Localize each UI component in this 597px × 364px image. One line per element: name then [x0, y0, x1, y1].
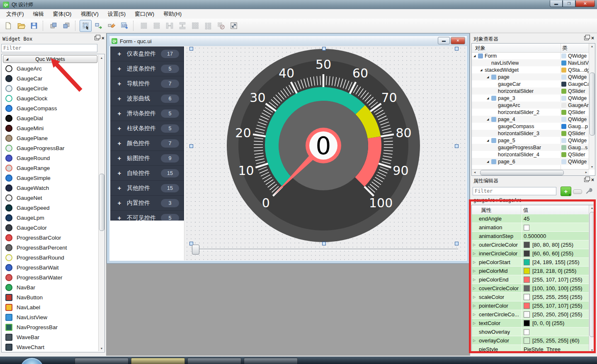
widgetbox-item-gaugecolor[interactable]: GaugeColor	[2, 223, 99, 233]
nav-list-item[interactable]: +内置控件3	[110, 196, 184, 211]
nav-list-item[interactable]: +进度条控件5	[110, 61, 184, 76]
gauge-arc-widget[interactable]: 01020304050607080901000	[226, 48, 421, 243]
scroll-left-icon[interactable]: ◄	[472, 170, 478, 175]
widgetbox-item-gaugesimple[interactable]: GaugeSimple	[2, 173, 99, 183]
color-swatch[interactable]	[524, 242, 530, 248]
color-swatch[interactable]	[524, 268, 530, 274]
nav-list-item[interactable]: +柱状条控件5	[110, 121, 184, 136]
nav-list-item[interactable]: +贴图控件9	[110, 151, 184, 166]
scroll-right-icon[interactable]: ►	[583, 170, 589, 175]
taskbar-button[interactable]	[187, 358, 241, 364]
widgetbox-item-wavechart[interactable]: WaveChart	[2, 342, 99, 352]
tree-expander-icon[interactable]: ◢	[473, 54, 478, 58]
float-panel-icon[interactable]	[95, 36, 99, 40]
property-row-animation[interactable]: animation	[472, 223, 589, 232]
object-tree-row-page_4[interactable]: ◢page_4QWidge	[472, 116, 589, 123]
color-swatch[interactable]	[524, 311, 530, 318]
tree-expander-icon[interactable]: ◢	[487, 97, 491, 100]
widgetbox-item-gaugeround[interactable]: GaugeRound	[2, 153, 99, 163]
property-value-cell[interactable]: [218, 218, 0] (255)	[522, 267, 589, 275]
add-dynamic-property-button[interactable]: +▼	[561, 187, 571, 196]
property-row-pointerColor[interactable]: ▷pointerColor[255, 107, 107] (255)	[472, 301, 589, 310]
object-tree-row-page_3[interactable]: ◢page_3QWidge	[472, 95, 589, 102]
property-value-cell[interactable]: [255, 107, 107] (255)	[522, 301, 589, 310]
tree-expander-icon[interactable]: ◢	[487, 139, 491, 142]
property-row-centerCircleCo[interactable]: ▷centerCircleCo...[250, 250, 250] (255)	[472, 310, 589, 319]
menu-item[interactable]: 视图(V)	[76, 9, 103, 19]
property-expander-icon[interactable]: ▷	[472, 321, 479, 325]
form-canvas[interactable]: 01020304050607080901000	[185, 46, 466, 260]
menu-item[interactable]: 文件(F)	[2, 9, 29, 19]
new-file-button[interactable]	[2, 20, 14, 32]
widgetbox-item-wavebar[interactable]: WaveBar	[2, 332, 99, 342]
menu-item[interactable]: 窗体(O)	[49, 9, 76, 19]
widgetbox-item-gaugecar[interactable]: GaugeCar	[2, 73, 99, 83]
widgetbox-item-gaugespeed[interactable]: GaugeSpeed	[2, 203, 99, 213]
selection-handle[interactable]	[322, 242, 326, 245]
tree-expander-icon[interactable]: ◢	[480, 68, 485, 72]
widgetbox-item-gaugecircle[interactable]: GaugeCircle	[2, 83, 99, 93]
property-row-coverCircleColor[interactable]: ▷coverCircleColor[100, 100, 100] (255)	[472, 284, 589, 293]
color-swatch[interactable]	[524, 320, 530, 326]
nav-list-item[interactable]: +自绘控件15	[110, 166, 184, 181]
object-tree-vscrollbar[interactable]: ▲ ▼	[589, 44, 595, 170]
scroll-up-icon[interactable]: ▲	[99, 55, 104, 61]
restore-button[interactable]: ❐	[563, 0, 575, 7]
property-value-cell[interactable]: PieStyle_Three	[522, 345, 589, 353]
close-button[interactable]: ✕	[575, 0, 595, 7]
object-tree-row-horizontalslider[interactable]: horizontalSliderQSlider	[472, 87, 589, 95]
object-tree-row-gaugecompass[interactable]: gaugeCompassGaug...p	[472, 123, 589, 130]
object-tree-row-form[interactable]: ◢FormQWidge	[472, 52, 589, 59]
scrollbar-thumb[interactable]	[590, 73, 595, 136]
tree-expander-icon[interactable]: ◢	[487, 75, 491, 79]
property-row-pieColorStart[interactable]: ▷pieColorStart[24, 189, 155] (255)	[472, 258, 589, 267]
property-expander-icon[interactable]: ▷	[472, 269, 479, 273]
scroll-up-icon[interactable]: ▲	[589, 44, 595, 49]
property-row-scaleColor[interactable]: ▷scaleColor[255, 255, 255] (255)	[472, 293, 589, 301]
object-tree-row-gaugeprogressbar[interactable]: gaugeProgressBarGaug...s	[472, 144, 589, 151]
nav-list-item[interactable]: +滑动条控件5	[110, 106, 184, 121]
object-tree-row-horizontalslider_4[interactable]: horizontalSlider_4QSlider	[472, 151, 589, 158]
property-expander-icon[interactable]: ▷	[472, 278, 479, 281]
object-tree-row-stackedwidget[interactable]: ◢stackedWidgetQSta...dg	[472, 66, 589, 73]
form-window-titlebar[interactable]: Qt Form - quc.ui ▬ ✕	[109, 36, 467, 46]
widgetbox-item-gaugenet[interactable]: GaugeNet	[2, 193, 99, 203]
object-tree-row-page_6[interactable]: ◢page_6QWidge	[472, 158, 589, 165]
widget-box-scrollbar[interactable]: ▲ ▼	[98, 55, 104, 351]
widgetbox-item-navlistview[interactable]: NavListView	[2, 312, 99, 322]
property-expander-icon[interactable]: ▷	[472, 304, 479, 308]
scroll-up-icon[interactable]: ▲	[589, 205, 595, 211]
adjust-size-button[interactable]	[228, 20, 240, 32]
property-row-pieColorEnd[interactable]: ▷pieColorEnd[255, 107, 107] (255)	[472, 275, 589, 284]
raise-widget-button[interactable]	[47, 20, 59, 32]
widgetbox-item-navprogressbar[interactable]: NavProgressBar	[2, 322, 99, 332]
widgetbox-item-navbar[interactable]: NavBar	[2, 282, 99, 292]
tree-expander-icon[interactable]: ◢	[487, 118, 491, 121]
property-row-endAngle[interactable]: endAngle45	[472, 214, 589, 223]
menu-item[interactable]: 编辑	[29, 9, 49, 19]
float-panel-icon[interactable]	[584, 178, 589, 182]
widget-box-filter-input[interactable]	[1, 44, 97, 52]
nav-list-item[interactable]: +颜色控件7	[110, 136, 184, 151]
configure-icon[interactable]	[584, 187, 594, 195]
property-expander-icon[interactable]: ▷	[472, 313, 479, 316]
property-value-cell[interactable]: [24, 189, 155] (255)	[522, 258, 589, 267]
lower-widget-button[interactable]	[60, 20, 72, 32]
open-file-button[interactable]	[15, 20, 27, 32]
property-row-innerCircleColor[interactable]: ▷innerCircleColor[60, 60, 60] (255)	[472, 249, 589, 258]
property-row-showOverlay[interactable]: showOverlay	[472, 328, 589, 336]
property-row-animationStep[interactable]: animationStep0.500000	[472, 232, 589, 240]
taskbar-button[interactable]	[244, 358, 298, 364]
color-swatch[interactable]	[524, 294, 530, 300]
widgetbox-item-gaugearc[interactable]: GaugeArc	[2, 63, 99, 73]
widgetbox-item-progressbarwater[interactable]: ProgressBarWater	[2, 272, 99, 282]
object-tree-row-horizontalslider_2[interactable]: horizontalSlider_2QSlider	[472, 109, 589, 116]
property-value-cell[interactable]: [255, 107, 107] (255)	[522, 275, 589, 284]
close-panel-icon[interactable]: ×	[591, 178, 594, 182]
scrollbar-thumb[interactable]	[99, 174, 104, 231]
menu-item[interactable]: 帮助(H)	[159, 9, 186, 19]
widgetbox-item-navbutton[interactable]: NavButton	[2, 292, 99, 302]
taskbar-button[interactable]	[131, 358, 185, 364]
selection-handle[interactable]	[189, 144, 193, 148]
property-expander-icon[interactable]: ▷	[472, 260, 479, 264]
